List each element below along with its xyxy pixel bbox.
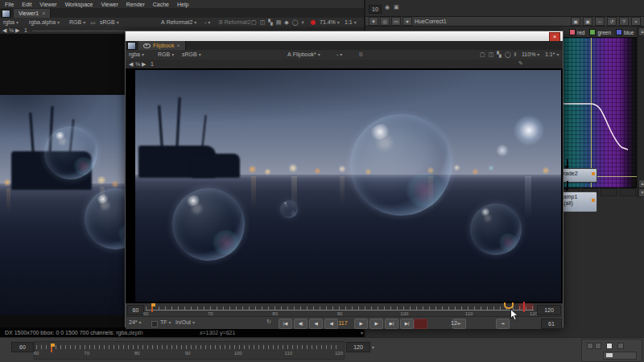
flipbook-timeline-ruler[interactable]: 60708090100110120 <box>146 304 534 315</box>
menu-item[interactable]: Render <box>126 2 145 7</box>
loop-mode-button[interactable]: ↻ <box>266 319 271 325</box>
transport-button[interactable]: ▶ <box>354 319 368 329</box>
flipbook-toolbar-icon[interactable]: ▢ <box>480 51 485 58</box>
viewer-toolbar-icon[interactable]: ▚ <box>268 19 272 26</box>
flipbook-toolbar-icon[interactable]: ◯ <box>505 51 511 58</box>
green-channel-checkbox[interactable]: green <box>589 29 611 35</box>
transport-button[interactable]: ◀| <box>294 319 308 329</box>
edit-pencil-icon[interactable]: ✎ <box>518 60 523 67</box>
panel-header-icon[interactable]: ♥ <box>402 17 412 26</box>
input-a-dropdown[interactable]: A Flipbook* ▾ <box>287 51 320 57</box>
global-timeline-ruler[interactable]: 60708090100110120 <box>36 343 339 358</box>
lock-checkbox[interactable] <box>151 321 158 327</box>
properties-count-field[interactable]: 10 <box>369 5 382 14</box>
proxy-dropdown[interactable]: 1:1* ▾ <box>545 51 559 57</box>
menu-item[interactable]: Workspace <box>65 2 93 7</box>
panel-header-icon[interactable]: ~ <box>595 17 605 26</box>
global-playhead-marker[interactable] <box>51 343 52 352</box>
colorspace-dropdown[interactable]: sRGB ▾ <box>100 19 119 25</box>
properties-header-icon[interactable]: ◉ <box>385 4 390 10</box>
flipbook-canvas[interactable] <box>126 68 563 303</box>
zoom-dropdown[interactable]: 110% ▾ <box>522 51 539 57</box>
panel-header-icon[interactable]: ↺ <box>607 17 617 26</box>
viewer-toolbar-icon[interactable]: ◐ <box>302 19 305 26</box>
menu-item[interactable]: Cache <box>153 2 169 7</box>
tab-close-icon[interactable]: × <box>42 10 45 16</box>
properties-scrollbar[interactable]: ▲ ▲ ▼ <box>637 27 644 197</box>
display-dropdown[interactable]: RGB ▾ <box>69 19 85 25</box>
viewer-toolbar-icon[interactable]: ▤ <box>276 19 282 26</box>
ab-mode-dropdown[interactable]: - ▾ <box>204 19 210 25</box>
skip-forward-button[interactable]: ⇥ <box>496 319 510 329</box>
curve-footer-button[interactable] <box>620 188 637 196</box>
timeline-end-field[interactable]: 120 <box>346 342 370 352</box>
curve-footer-button[interactable] <box>601 188 617 196</box>
stop-button[interactable] <box>414 319 427 329</box>
pause-render-button[interactable] <box>311 20 316 26</box>
menu-item[interactable]: Help <box>177 2 188 7</box>
input-b-dropdown[interactable]: B Reformat2 <box>219 19 250 25</box>
panel-header-icon[interactable]: ▣ <box>571 17 580 26</box>
viewer-toolbar-icon[interactable]: ▢ <box>251 19 257 26</box>
playhead-marker[interactable] <box>504 302 514 309</box>
pane-icon[interactable] <box>2 10 10 18</box>
zoom-dropdown[interactable]: 71.4% ▾ <box>320 19 340 25</box>
blue-channel-checkbox[interactable]: blue <box>616 29 634 35</box>
flipbook-toolbar-icon[interactable]: ▚ <box>497 51 501 58</box>
panel-header-icon[interactable]: ▣ <box>583 17 592 26</box>
prev-frame-button[interactable]: ◀ <box>2 27 6 34</box>
scroll-down-icon[interactable]: ▼ <box>638 188 644 197</box>
channels-dropdown[interactable]: rgba ▾ <box>129 51 144 57</box>
menu-item[interactable]: File <box>5 2 14 7</box>
scroll-up-icon[interactable]: ▲ <box>638 179 644 188</box>
ab-mode-dropdown[interactable]: - ▾ <box>336 51 342 57</box>
menu-item[interactable]: Edit <box>22 2 31 7</box>
tab-close-icon[interactable]: × <box>176 43 180 48</box>
red-channel-checkbox[interactable]: red <box>569 29 584 35</box>
panel-header-icon[interactable]: × <box>631 17 641 26</box>
colorspace-dropdown[interactable]: sRGB ▾ <box>182 51 201 57</box>
frame-lock-dropdown[interactable]: TF ▾ <box>160 319 171 325</box>
frame-increment-field[interactable]: 12 <box>451 320 457 326</box>
proxy-dropdown[interactable]: 1:1 ▾ <box>345 19 357 25</box>
in-point-marker[interactable] <box>151 303 153 312</box>
input-a-dropdown[interactable]: A Reformat2 ▾ <box>161 19 196 25</box>
display-dropdown[interactable]: RGB ▾ <box>158 51 174 57</box>
panel-header-icon[interactable]: ▭ <box>391 17 401 26</box>
flipbook-toolbar-icon[interactable]: ◫ <box>489 51 494 58</box>
pane-icon[interactable] <box>127 42 136 50</box>
viewer-toolbar-icon[interactable]: ◆ <box>284 19 288 26</box>
panel-header-icon[interactable]: ◎ <box>380 17 390 26</box>
timeline-options-icon[interactable]: ▾ <box>372 344 374 350</box>
channels-dropdown[interactable]: rgba ▾ <box>3 19 19 25</box>
statusbar-dropdown-icon[interactable]: ▾ <box>361 330 363 335</box>
transport-button[interactable]: ◀ <box>309 319 323 329</box>
next-frame-button[interactable]: ▶ <box>142 61 146 68</box>
viewer-frame-field[interactable]: 1 <box>24 27 27 33</box>
tab-flipbook[interactable]: Flipbook × <box>138 41 186 50</box>
panel-header-icon[interactable]: ▼ <box>369 17 378 26</box>
range-mode-dropdown[interactable]: In/Out ▾ <box>175 319 195 325</box>
transport-button[interactable]: |◀ <box>279 319 292 329</box>
transport-button[interactable]: ▶| <box>385 319 398 329</box>
fps-dropdown[interactable]: 24* ▾ <box>129 319 141 325</box>
properties-header-icon[interactable]: ▣ <box>394 4 399 10</box>
global-timeline-bar[interactable]: 60708090100110120 <box>34 341 345 360</box>
next-frame-button[interactable]: ▶ <box>15 27 19 34</box>
range-start-field[interactable]: 60 <box>127 305 144 315</box>
tab-viewer1[interactable]: Viewer1 × <box>14 9 51 18</box>
input-b-label[interactable]: B <box>359 51 363 57</box>
flipbook-toolbar-icon[interactable]: ‖ <box>514 51 516 58</box>
scroll-up-icon[interactable]: ▲ <box>638 27 644 36</box>
prev-frame-button[interactable]: ◀ <box>129 61 133 68</box>
viewer-toolbar-icon[interactable]: ◯ <box>292 19 299 26</box>
flipbook-frame-field[interactable]: 1 <box>151 61 154 67</box>
panel-header-icon[interactable]: ? <box>619 17 629 26</box>
menu-item[interactable]: Viewer <box>39 2 56 7</box>
viewer-toolbar-icon[interactable]: ◫ <box>260 19 266 26</box>
corner-widget[interactable] <box>581 339 642 362</box>
range-end-field[interactable]: 120 <box>537 305 561 315</box>
current-frame-field[interactable]: 117 <box>335 319 351 327</box>
layer-dropdown[interactable]: rgba.alpha ▾ <box>29 19 60 25</box>
hue-curve-editor[interactable] <box>563 37 638 188</box>
